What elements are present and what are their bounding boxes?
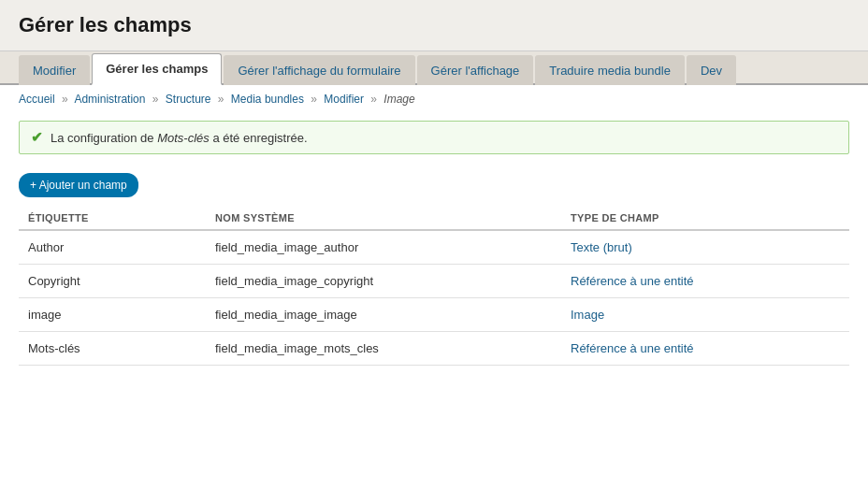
tab-gerer-champs[interactable]: Gérer les champs (92, 53, 222, 85)
check-icon: ✔ (31, 129, 43, 146)
field-type-link[interactable]: Texte (brut) (571, 240, 632, 254)
field-system-name: field_media_image_copyright (206, 265, 561, 298)
tabs-bar: Modifier Gérer les champs Gérer l'affich… (0, 51, 868, 85)
breadcrumb-sep-2: » (152, 93, 159, 106)
field-label: Author (19, 230, 206, 265)
field-system-name: field_media_image_image (206, 298, 561, 332)
success-message: ✔ La configuration de Mots-clés a été en… (19, 121, 849, 154)
breadcrumb-sep-4: » (311, 93, 317, 106)
add-field-button[interactable]: + Ajouter un champ (19, 173, 138, 197)
tab-gerer-affichage[interactable]: Gérer l'affichage (417, 55, 534, 85)
tab-modifier[interactable]: Modifier (19, 55, 90, 85)
table-row: Copyrightfield_media_image_copyrightRéfé… (19, 265, 849, 298)
breadcrumb-media-bundles[interactable]: Media bundles (231, 93, 304, 106)
field-type: Référence à une entité (561, 265, 849, 298)
table-row: Mots-clésfield_media_image_mots_clesRéfé… (19, 332, 849, 366)
breadcrumb-sep-3: » (218, 93, 224, 106)
add-button-area: + Ajouter un champ (0, 162, 868, 205)
breadcrumb-administration[interactable]: Administration (74, 93, 145, 106)
col-header-name: NOM SYSTÈME (206, 205, 561, 230)
field-type: Image (561, 298, 849, 332)
field-type: Référence à une entité (561, 332, 849, 366)
field-label: Mots-clés (19, 332, 206, 366)
col-header-label: ÉTIQUETTE (19, 205, 206, 230)
tab-gerer-affichage-formulaire[interactable]: Gérer l'affichage du formulaire (224, 55, 414, 85)
field-type-link[interactable]: Référence à une entité (571, 341, 694, 355)
table-row: Authorfield_media_image_authorTexte (bru… (19, 230, 849, 265)
breadcrumb-structure[interactable]: Structure (166, 93, 211, 106)
field-type: Texte (brut) (561, 230, 849, 265)
fields-table: ÉTIQUETTE NOM SYSTÈME TYPE DE CHAMP Auth… (19, 205, 849, 366)
field-type-link[interactable]: Image (571, 308, 604, 322)
table-header-row: ÉTIQUETTE NOM SYSTÈME TYPE DE CHAMP (19, 205, 849, 230)
field-type-link[interactable]: Référence à une entité (571, 274, 694, 288)
success-prefix: La configuration de (51, 131, 157, 145)
success-text: La configuration de Mots-clés a été enre… (51, 131, 308, 145)
col-header-type: TYPE DE CHAMP (561, 205, 849, 230)
success-suffix: a été enregistrée. (210, 131, 308, 145)
breadcrumb: Accueil » Administration » Structure » M… (0, 85, 868, 113)
page-title: Gérer les champs (19, 13, 849, 37)
success-italic: Mots-clés (157, 131, 210, 145)
breadcrumb-sep-5: » (370, 93, 377, 106)
breadcrumb-image: Image (383, 93, 414, 106)
tab-traduire-media[interactable]: Traduire media bundle (535, 55, 685, 85)
breadcrumb-modifier[interactable]: Modifier (324, 93, 364, 106)
field-label: Copyright (19, 265, 206, 298)
field-label: image (19, 298, 206, 332)
table-row: imagefield_media_image_imageImage (19, 298, 849, 332)
tab-dev[interactable]: Dev (687, 55, 736, 85)
page-header: Gérer les champs (0, 0, 868, 51)
breadcrumb-accueil[interactable]: Accueil (19, 93, 55, 106)
field-system-name: field_media_image_mots_cles (206, 332, 561, 366)
breadcrumb-sep-1: » (62, 93, 68, 106)
field-system-name: field_media_image_author (206, 230, 561, 265)
